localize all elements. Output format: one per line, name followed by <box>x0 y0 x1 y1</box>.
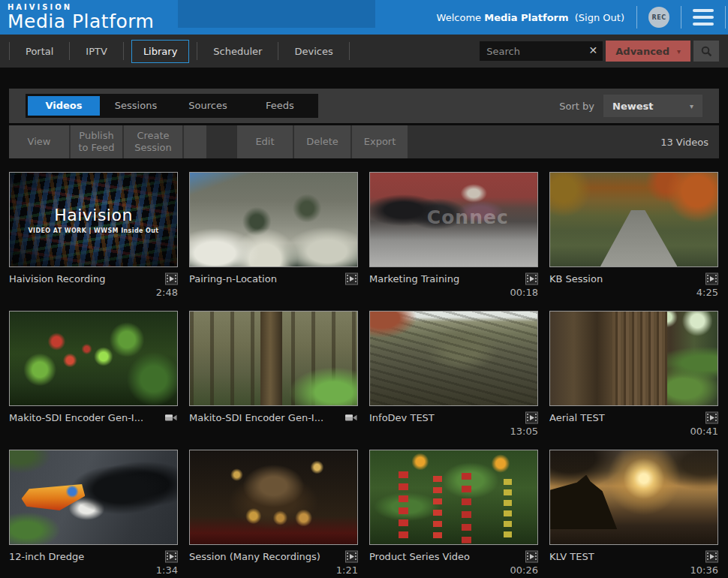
video-title: Makito-SDI Encoder Gen-I... <box>189 412 340 423</box>
film-icon <box>705 550 718 563</box>
video-duration <box>189 426 358 438</box>
view-button[interactable]: View <box>9 125 69 158</box>
video-duration <box>9 426 178 438</box>
tab-videos[interactable]: Videos <box>28 96 100 116</box>
hamburger-menu-icon[interactable] <box>693 9 714 26</box>
tab-sources[interactable]: Sources <box>172 96 244 116</box>
clear-search-icon[interactable]: ✕ <box>589 45 598 56</box>
welcome-prefix: Welcome <box>437 12 481 23</box>
video-thumbnail[interactable] <box>9 311 178 406</box>
sort-value: Newest <box>612 101 653 112</box>
video-title: Aerial TEST <box>549 412 701 423</box>
video-title: InfoDev TEST <box>369 412 521 423</box>
video-duration: 1:21 <box>189 564 358 577</box>
advanced-label: Advanced <box>615 46 669 57</box>
film-icon <box>705 272 718 285</box>
video-thumbnail[interactable]: Connec <box>369 172 538 267</box>
video-title: KLV TEST <box>549 551 701 562</box>
advanced-search-button[interactable]: Advanced ▾ <box>606 41 690 62</box>
welcome-username: Media Platform <box>484 12 568 23</box>
video-thumbnail[interactable] <box>189 311 358 406</box>
video-card: Haivision VIDEO AT WORK | WWSM Inside Ou… <box>9 172 178 300</box>
search-input[interactable] <box>480 41 603 61</box>
video-thumbnail[interactable] <box>189 172 358 267</box>
video-card: Product Series Video 00:26 <box>369 450 538 577</box>
header-divider <box>681 6 681 29</box>
video-thumbnail[interactable] <box>9 450 178 545</box>
film-icon <box>705 411 718 424</box>
library-tab-bar: Videos Sessions Sources Feeds Sort by Ne… <box>9 89 719 123</box>
header-shade <box>178 0 375 28</box>
tab-sessions[interactable]: Sessions <box>100 96 172 116</box>
video-grid: Haivision VIDEO AT WORK | WWSM Inside Ou… <box>0 158 728 577</box>
video-duration: 4:25 <box>549 287 718 300</box>
edit-button[interactable]: Edit <box>237 125 293 158</box>
nav-item-iptv[interactable]: IPTV <box>70 46 123 57</box>
video-thumbnail[interactable] <box>549 450 718 545</box>
search-button[interactable] <box>693 41 719 62</box>
caret-down-icon: ▾ <box>677 47 681 56</box>
thumb-overlay-title: Haivision <box>54 206 133 224</box>
video-card: KLV TEST 10:36 <box>549 450 718 577</box>
nav-item-scheduler[interactable]: Scheduler <box>197 46 278 57</box>
video-card: Makito-SDI Encoder Gen-I... <box>9 311 178 438</box>
video-thumbnail[interactable] <box>549 311 718 406</box>
thumb-watermark: Connec <box>427 206 509 228</box>
video-card: Makito-SDI Encoder Gen-I... <box>189 311 358 438</box>
nav-divider <box>123 42 124 60</box>
video-title: 12-inch Dredge <box>9 551 161 562</box>
video-count: 13 Videos <box>660 137 719 148</box>
video-thumbnail[interactable] <box>189 450 358 545</box>
video-thumbnail[interactable] <box>369 450 538 545</box>
welcome-text: Welcome Media Platform (Sign Out) <box>437 12 624 23</box>
video-card: Aerial TEST 00:41 <box>549 311 718 438</box>
nav-item-devices[interactable]: Devices <box>278 46 348 57</box>
video-duration: 00:18 <box>369 287 538 300</box>
sort-dropdown[interactable]: Newest ▾ <box>603 95 702 117</box>
header-divider <box>636 6 637 29</box>
video-title: Marketing Training <box>369 273 521 284</box>
brand-product-name: Media Platform <box>8 12 154 31</box>
video-duration <box>189 287 358 300</box>
video-card: Session (Many Recordings) 1:21 <box>189 450 358 577</box>
video-duration: 2:48 <box>9 287 178 300</box>
library-toolbar: View Publish to Feed Create Session Edit… <box>9 125 719 158</box>
video-card: Pairing-n-Location <box>189 172 358 300</box>
video-duration: 00:41 <box>549 426 718 438</box>
caret-down-icon: ▾ <box>690 102 693 110</box>
video-thumbnail[interactable]: Haivision VIDEO AT WORK | WWSM Inside Ou… <box>9 172 178 267</box>
export-button[interactable]: Export <box>352 125 408 158</box>
tab-feeds[interactable]: Feeds <box>244 96 316 116</box>
nav-item-portal[interactable]: Portal <box>10 46 69 57</box>
video-card: Connec Marketing Training 00:18 <box>369 172 538 300</box>
video-title: Session (Many Recordings) <box>189 551 341 562</box>
sign-out-link[interactable]: (Sign Out) <box>575 12 624 23</box>
tab-strip: Videos Sessions Sources Feeds <box>26 94 318 118</box>
main-nav: Portal IPTV Library Scheduler Devices ✕ … <box>0 35 728 68</box>
delete-button[interactable]: Delete <box>294 125 350 158</box>
video-thumbnail[interactable] <box>369 311 538 406</box>
video-title: Product Series Video <box>369 551 521 562</box>
camera-icon <box>164 412 178 423</box>
video-title: Pairing-n-Location <box>189 273 341 284</box>
publish-to-feed-button[interactable]: Publish to Feed <box>71 125 122 158</box>
thumb-overlay-subtitle: VIDEO AT WORK | WWSM Inside Out <box>28 227 158 234</box>
video-duration: 00:26 <box>369 564 538 577</box>
app-header: HAIVISION Media Platform Welcome Media P… <box>0 0 728 35</box>
create-session-button[interactable]: Create Session <box>124 125 182 158</box>
video-thumbnail[interactable] <box>549 172 718 267</box>
video-title: KB Session <box>549 273 701 284</box>
nav-divider <box>349 42 350 60</box>
nav-item-library[interactable]: Library <box>131 40 189 63</box>
camera-icon <box>344 412 358 423</box>
film-icon <box>345 272 358 285</box>
film-icon <box>525 411 538 424</box>
video-card: KB Session 4:25 <box>549 172 718 300</box>
film-icon <box>345 550 358 563</box>
video-card: 12-inch Dredge 1:34 <box>9 450 178 577</box>
video-title: Haivision Recording <box>9 273 161 284</box>
sort-by-label: Sort by <box>559 101 594 112</box>
header-divider <box>725 6 726 29</box>
film-icon <box>525 550 538 563</box>
rec-badge[interactable]: REC <box>648 7 669 28</box>
